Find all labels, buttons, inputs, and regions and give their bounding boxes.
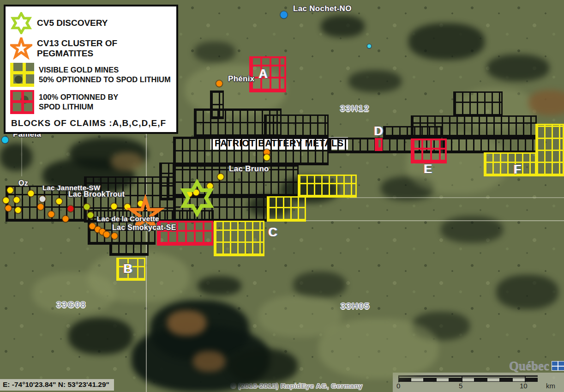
place-label: Lac Bruno	[229, 164, 269, 174]
legend-item-cv13: CV13 CLUSTER OF PEGMATITES	[10, 37, 173, 60]
terrain-patch	[321, 15, 365, 37]
claim-block-yellow	[298, 175, 357, 198]
claim-block-black	[411, 115, 537, 138]
place-label: Lac de la Corvette	[97, 215, 159, 223]
place-label: Lac Smokycat-SE	[112, 223, 176, 232]
claim-block-black	[173, 137, 329, 165]
scale-segment	[487, 378, 499, 382]
cv13-star-icon	[10, 37, 32, 60]
legend-label: CV5 DISCOVERY	[37, 18, 108, 28]
terrain-patch	[487, 54, 549, 81]
claim-block-yellow	[267, 196, 306, 222]
mine-marker	[218, 174, 224, 180]
terrain-patch	[348, 70, 402, 92]
legend: CV5 DISCOVERY CV13 CLUSTER OF PEGMATITES…	[4, 5, 178, 134]
scale-segment	[525, 378, 538, 382]
claim-block-black	[264, 115, 329, 138]
graticule-line	[350, 197, 564, 198]
terrain-patch	[194, 42, 235, 62]
yellow-claim-swatch-icon	[10, 63, 34, 87]
mine-marker	[56, 199, 62, 205]
terrain-patch	[228, 349, 298, 383]
mine-marker	[40, 196, 46, 202]
legend-item-cv5: CV5 DISCOVERY	[10, 12, 173, 34]
scale-label-0: 0	[396, 382, 400, 390]
scale-segment	[424, 378, 436, 382]
place-label: Lac Nochet-NO	[293, 4, 352, 13]
scale-bar-track	[398, 375, 538, 384]
mine-marker	[88, 212, 94, 218]
mine-marker	[7, 187, 13, 193]
claim-block-yellow	[535, 124, 564, 176]
mine-marker	[207, 183, 213, 189]
mine-marker	[14, 197, 20, 203]
mine-marker	[38, 204, 44, 210]
scale-segment	[398, 378, 411, 382]
graticule-line	[295, 220, 564, 221]
scale-segment	[449, 378, 462, 382]
mine-marker	[48, 211, 54, 217]
mine-marker	[63, 216, 69, 222]
legend-item-gold-claims: VISIBLE GOLD MINES 50% OPTIONNED TO SPOD…	[10, 63, 173, 87]
claim-block-black	[442, 138, 537, 153]
scale-tick	[462, 375, 462, 382]
scale-segment	[436, 378, 449, 382]
mine-marker	[186, 191, 192, 197]
scale-bar: 0 5 10 km	[393, 373, 564, 392]
terrain-patch	[528, 90, 564, 115]
terrain-patch	[167, 310, 206, 336]
poi-marker	[2, 137, 8, 143]
claim-block-label-a: A	[258, 67, 268, 81]
claim-block-red	[411, 139, 447, 163]
terrain-patch	[198, 276, 241, 296]
mine-marker	[68, 206, 74, 212]
mine-marker	[90, 223, 96, 229]
claim-block-red	[375, 138, 383, 151]
scale-segment	[411, 378, 423, 382]
red-claim-swatch-icon	[10, 90, 34, 114]
claim-block-black	[109, 242, 149, 256]
terrain-patch	[408, 23, 485, 60]
scale-segment	[462, 378, 474, 382]
quebec-logo: Québec	[509, 359, 564, 373]
claim-block-label-f: F	[514, 163, 522, 177]
claim-block-yellow	[484, 152, 536, 176]
mine-marker	[104, 232, 110, 238]
mine-marker	[15, 207, 21, 213]
mine-marker	[125, 204, 131, 210]
mine-marker	[6, 205, 12, 211]
legend-blocks-note: BLOCKS OF CLAIMS :A,B,C,D,E,F	[10, 117, 173, 128]
scale-label-km: km	[546, 382, 555, 390]
mine-marker	[264, 155, 270, 161]
claim-block-label-d: D	[374, 124, 383, 139]
place-label: Lac BrookTrout	[68, 190, 125, 199]
terrain-patch	[111, 152, 143, 171]
scale-segment	[500, 378, 512, 382]
map-canvas[interactable]: CV5 DISCOVERY CV13 CLUSTER OF PEGMATITES…	[0, 0, 564, 392]
quebec-wordmark: Québec	[509, 359, 549, 373]
map-sheet-label: 33G08	[56, 300, 86, 310]
terrain-patch	[258, 296, 342, 337]
mine-marker	[138, 201, 144, 207]
coordinate-readout: E: -74°10'23.84" N: 53°23'41.29"	[0, 379, 114, 391]
mine-marker	[28, 191, 34, 197]
claim-block-yellow	[214, 221, 264, 256]
legend-label: CV13 CLUSTER OF PEGMATITES	[37, 38, 173, 59]
scale-label-5: 5	[459, 382, 462, 390]
mine-marker	[193, 190, 199, 196]
scale-segment	[474, 378, 487, 382]
terrain-patch	[496, 275, 558, 309]
claim-block-label-c: C	[268, 225, 277, 240]
quebec-flag-icon	[552, 361, 564, 371]
place-label: Oz	[18, 179, 28, 187]
cv5-star-icon	[10, 12, 32, 34]
terrain-patch	[293, 271, 346, 298]
poi-marker	[367, 44, 371, 48]
scale-segment	[512, 378, 525, 382]
map-sheet-label: 33H12	[340, 103, 370, 114]
scale-tick	[525, 375, 526, 382]
legend-label: VISIBLE GOLD MINES 50% OPTIONNED TO SPOD…	[39, 65, 171, 85]
mine-marker	[216, 81, 222, 87]
mine-marker	[84, 204, 90, 210]
terrain-patch	[0, 143, 32, 171]
